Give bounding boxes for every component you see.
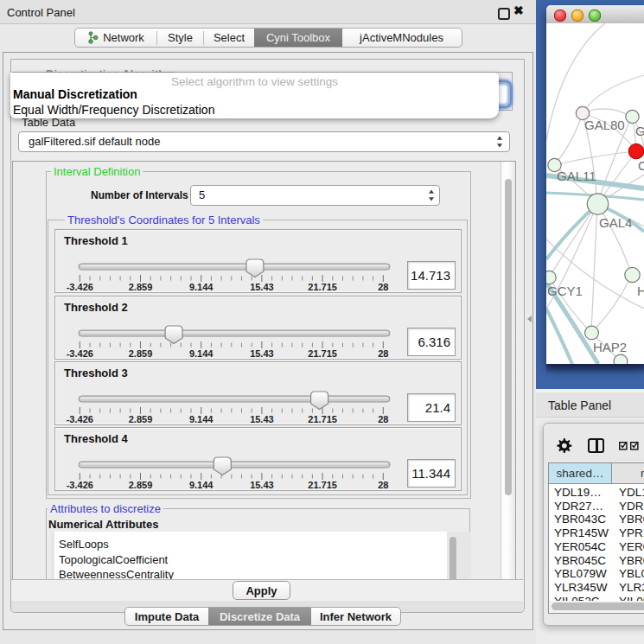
svg-text:9.144: 9.144 xyxy=(189,480,214,490)
svg-text:GAL11: GAL11 xyxy=(557,169,596,183)
svg-text:15.43: 15.43 xyxy=(250,282,274,292)
svg-text:9.144: 9.144 xyxy=(189,348,214,359)
svg-text:-3.426: -3.426 xyxy=(67,480,93,490)
svg-text:21.715: 21.715 xyxy=(308,348,337,359)
svg-text:28: 28 xyxy=(378,348,388,359)
svg-text:15.43: 15.43 xyxy=(250,480,274,490)
svg-text:21.715: 21.715 xyxy=(308,282,337,292)
svg-text:H: H xyxy=(637,284,644,298)
svg-text:GCY1: GCY1 xyxy=(547,284,583,298)
svg-text:GAL4: GAL4 xyxy=(599,215,632,230)
svg-text:28: 28 xyxy=(378,282,388,292)
svg-text:28: 28 xyxy=(378,414,388,424)
svg-text:-3.426: -3.426 xyxy=(67,414,93,424)
svg-text:15.43: 15.43 xyxy=(250,414,274,424)
svg-text:-3.426: -3.426 xyxy=(67,282,93,292)
svg-text:9.144: 9.144 xyxy=(189,414,214,424)
svg-text:21.715: 21.715 xyxy=(308,414,337,424)
svg-text:28: 28 xyxy=(378,480,388,490)
svg-text:9.144: 9.144 xyxy=(189,282,214,292)
svg-text:HAP2: HAP2 xyxy=(593,340,627,354)
svg-text:2.859: 2.859 xyxy=(129,414,153,424)
svg-text:2.859: 2.859 xyxy=(129,348,153,359)
svg-text:21.715: 21.715 xyxy=(308,480,337,490)
svg-text:GAL80: GAL80 xyxy=(584,118,625,132)
svg-text:15.43: 15.43 xyxy=(250,348,274,359)
svg-text:-3.426: -3.426 xyxy=(67,348,93,359)
svg-text:2.859: 2.859 xyxy=(129,480,153,490)
svg-text:C: C xyxy=(638,158,644,173)
svg-text:G: G xyxy=(635,124,644,138)
svg-text:2.859: 2.859 xyxy=(129,282,153,292)
